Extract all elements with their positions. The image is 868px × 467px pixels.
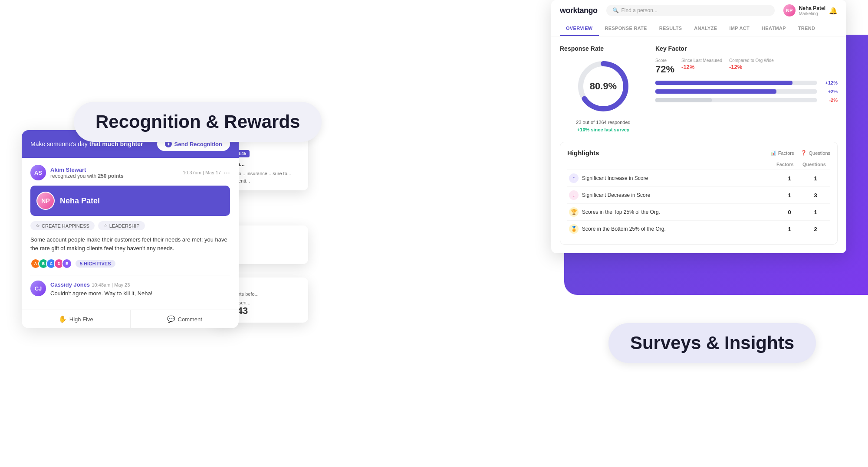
- rr-pill: Recognition & Rewards: [74, 102, 322, 142]
- high-five-button[interactable]: ✋ High Five: [22, 310, 131, 328]
- si-pill-label: Surveys & Insights: [630, 333, 794, 353]
- tab-impact[interactable]: IMP ACT: [723, 21, 756, 36]
- comment-label: Comment: [178, 316, 202, 323]
- kf-compared-value: -12%: [729, 64, 774, 70]
- hl-row-2-label: ↓ Significant Decrease in Score: [569, 190, 776, 200]
- kf-score-value: 72%: [655, 64, 674, 75]
- hl-row-1-factors: 1: [776, 175, 802, 182]
- high-five-icon: ✋: [59, 315, 67, 323]
- notification-bell-icon[interactable]: 🔔: [829, 7, 838, 15]
- hl-row-1-questions: 1: [802, 175, 829, 182]
- comment-button[interactable]: 💬 Comment: [131, 310, 239, 328]
- rec-timestamp: 10:37am | May 17 ···: [183, 168, 230, 177]
- search-placeholder: Find a person...: [621, 7, 658, 13]
- tab-heatmap[interactable]: HEATMAP: [756, 21, 792, 36]
- wt-dashboard: worktango 🔍 Find a person... NP Neha Pat…: [551, 0, 846, 253]
- rec-body: AS Akim Stewart recognized you with 250 …: [22, 158, 239, 310]
- kf-bar-fill-3: [655, 98, 712, 102]
- hl-row-4-questions: 2: [802, 226, 829, 232]
- kf-bar-label-3: -2%: [820, 98, 838, 103]
- sender-avatar: AS: [30, 165, 46, 180]
- kf-compared: Compared to Org Wide -12%: [729, 58, 774, 75]
- si-pill: Surveys & Insights: [608, 323, 816, 363]
- tab-results[interactable]: RESULTS: [653, 21, 688, 36]
- kf-bar-2: +2%: [655, 89, 838, 94]
- kf-score-label: Score: [655, 58, 674, 63]
- hl-row-2-text: Significant Decrease in Score: [582, 192, 650, 198]
- kf-compared-label: Compared to Org Wide: [729, 58, 774, 63]
- hl-table-header: Factors Questions: [567, 162, 830, 167]
- rec-user-left: AS Akim Stewart recognized you with 250 …: [30, 165, 124, 180]
- wt-user: NP Neha Patel Marketing 🔔: [783, 4, 838, 16]
- wt-tabs: OVERVIEW RESPONSE RATE RESULTS ANALYZE I…: [551, 21, 846, 36]
- hl-title: Highlights: [567, 149, 599, 157]
- rec-header-prefix: Make someone's day: [30, 140, 89, 147]
- sender-name[interactable]: Akim Stewart: [50, 167, 124, 173]
- rec-message: Some account people make their customers…: [30, 235, 230, 252]
- kf-bar-label-2: +2%: [820, 89, 838, 94]
- rec-high-fives: A B C D E 5 HIGH FIVES: [30, 258, 230, 269]
- tab-analyze[interactable]: ANALYZE: [688, 21, 723, 36]
- wt-topbar: worktango 🔍 Find a person... NP Neha Pat…: [551, 0, 846, 21]
- rec-divider: [30, 275, 230, 275]
- hl-row-4: 🏅 Score in the Bottom 25% of the Org. 1 …: [567, 220, 830, 237]
- hl-questions-label: ❓ Questions: [801, 150, 830, 156]
- wt-main-content: Response Rate 80.9% 23 out of 1264 respo…: [551, 36, 846, 142]
- kf-bars: +12% +2% -2%: [655, 80, 838, 103]
- comment-text: Couldn't agree more. Way to kill it, Neh…: [50, 290, 152, 297]
- tab-overview[interactable]: OVERVIEW: [560, 21, 599, 36]
- recipient-name: Neha Patel: [60, 196, 100, 206]
- rec-recipient-box: NP Neha Patel: [30, 186, 230, 216]
- rec-user-row: AS Akim Stewart recognized you with 250 …: [30, 165, 230, 180]
- high-five-avatars: A B C D E: [30, 258, 72, 269]
- hl-meta: 📊 Factors ❓ Questions: [770, 150, 830, 156]
- chart-icon: 📊: [770, 150, 776, 156]
- kf-since-label: Since Last Measured: [681, 58, 722, 63]
- tag-star-icon: ☆: [36, 223, 40, 229]
- hl-row-1: ↑ Significant Increase in Score 1 1: [567, 170, 830, 186]
- hl-row-4-factors: 1: [776, 226, 802, 232]
- recognition-card: Make someone's day that much brighter ✦ …: [22, 130, 239, 328]
- hl-row-1-text: Significant Increase in Score: [582, 175, 648, 181]
- hl-col-name: [569, 162, 776, 167]
- rec-tags: ☆ CREATE HAPPINESS ♡ LEADERSHIP: [30, 221, 230, 230]
- tag-leadership: ♡ LEADERSHIP: [98, 221, 145, 230]
- wt-search[interactable]: 🔍 Find a person...: [606, 5, 775, 16]
- question-icon: ❓: [801, 150, 807, 156]
- kf-metrics: Score 72% Since Last Measured -12% Compa…: [655, 58, 838, 75]
- decrease-icon: ↓: [569, 190, 579, 200]
- kf-since: Since Last Measured -12%: [681, 58, 722, 75]
- kf-bar-fill-1: [655, 81, 792, 85]
- rec-actions: ✋ High Five 💬 Comment: [22, 310, 239, 328]
- wt-user-avatar: NP: [783, 4, 796, 16]
- kf-bar-1: +12%: [655, 80, 838, 85]
- response-change: +10% since last survey: [560, 126, 647, 134]
- more-options-icon[interactable]: ···: [224, 168, 230, 177]
- comment-block: Cassidy Jones 10:48am | May 23: [50, 281, 152, 288]
- wt-user-name: Neha Patel Marketing: [799, 5, 825, 16]
- hl-row-3-factors: 0: [776, 209, 802, 216]
- hf-av-5: E: [62, 258, 72, 269]
- tab-trend[interactable]: TREND: [792, 21, 821, 36]
- wt-logo: worktango: [560, 6, 598, 15]
- rec-action-text: recognized you with 250 points: [50, 173, 124, 179]
- hl-row-2-factors: 1: [776, 192, 802, 199]
- response-count: 23 out of 1264 responded: [560, 119, 647, 126]
- kf-bar-fill-2: [655, 89, 776, 94]
- hl-factors-label: 📊 Factors: [770, 150, 794, 156]
- commenter-name[interactable]: Cassidy Jones: [50, 281, 90, 288]
- recipient-avatar: NP: [36, 192, 55, 210]
- kf-bar-3: -2%: [655, 98, 838, 103]
- hl-row-2: ↓ Significant Decrease in Score 1 3: [567, 186, 830, 203]
- hl-row-3-text: Scores in the Top 25% of the Org.: [582, 209, 660, 215]
- tab-response-rate[interactable]: RESPONSE RATE: [599, 21, 653, 36]
- high-five-label: High Five: [69, 316, 93, 323]
- high-five-count: 5 HIGH FIVES: [76, 260, 115, 268]
- kf-score: Score 72%: [655, 58, 674, 75]
- search-icon: 🔍: [612, 7, 619, 13]
- kf-bar-label-1: +12%: [820, 80, 838, 85]
- kf-since-value: -12%: [681, 64, 722, 70]
- response-change-value: +10% since last survey: [577, 127, 629, 132]
- rec-user-info: Akim Stewart recognized you with 250 poi…: [50, 167, 124, 179]
- response-rate-title: Response Rate: [560, 45, 647, 52]
